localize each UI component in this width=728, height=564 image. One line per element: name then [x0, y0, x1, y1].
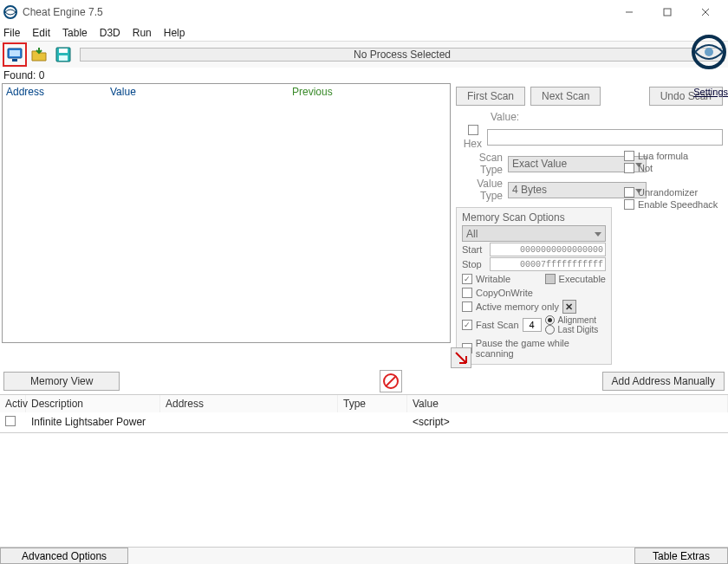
advanced-options-button[interactable]: Advanced Options — [0, 548, 128, 564]
menu-file[interactable]: File — [3, 27, 20, 39]
memory-view-button[interactable]: Memory View — [3, 372, 120, 391]
copyonwrite-checkbox[interactable] — [462, 288, 472, 298]
scan-results-panel[interactable]: Address Value Previous — [2, 83, 451, 343]
result-header-previous: Previous — [292, 86, 333, 98]
menu-edit[interactable]: Edit — [32, 27, 50, 39]
add-result-arrow-button[interactable] — [451, 347, 471, 368]
hex-checkbox[interactable] — [468, 125, 478, 135]
value-label: Value: — [491, 111, 524, 123]
fastscan-checkbox[interactable]: ✓ — [462, 320, 472, 330]
memory-scan-options: Memory Scan Options All Start Stop ✓Writ… — [456, 207, 612, 365]
active-memory-checkbox[interactable] — [462, 301, 472, 312]
window-title: Cheat Engine 7.5 — [23, 6, 610, 18]
process-status: No Process Selected — [80, 48, 725, 62]
title-bar: Cheat Engine 7.5 — [0, 0, 728, 24]
svg-point-12 — [705, 48, 713, 56]
open-process-button[interactable] — [3, 43, 26, 66]
executable-checkbox[interactable] — [545, 274, 556, 284]
address-table-header: Activ Description Address Type Value — [0, 395, 728, 412]
unrandomizer-checkbox[interactable] — [624, 187, 634, 198]
svg-rect-6 — [10, 50, 20, 56]
add-address-manually-button[interactable]: Add Address Manually — [602, 372, 725, 391]
menu-d3d[interactable]: D3D — [100, 27, 120, 39]
table-row[interactable]: Infinite Lightsaber Power <script> — [0, 412, 728, 432]
lastdigits-radio[interactable] — [545, 325, 555, 334]
bottom-bar: Advanced Options Table Extras — [0, 547, 728, 564]
hex-label: Hex — [456, 125, 487, 150]
settings-link[interactable]: Settings — [693, 87, 728, 97]
row-active-checkbox[interactable] — [5, 416, 16, 426]
memscan-region-combo[interactable]: All — [462, 225, 606, 242]
address-table[interactable]: Activ Description Address Type Value Inf… — [0, 394, 728, 433]
ce-logo-icon — [690, 33, 728, 74]
remove-entry-icon[interactable] — [380, 370, 402, 392]
open-file-button[interactable] — [28, 43, 50, 66]
fastscan-input[interactable] — [523, 318, 542, 332]
speedhack-checkbox[interactable] — [624, 199, 634, 210]
svg-rect-7 — [12, 59, 17, 62]
toolbar: No Process Selected — [0, 42, 728, 68]
lua-formula-checkbox[interactable] — [624, 151, 634, 161]
minimize-button[interactable] — [610, 0, 648, 24]
app-icon — [3, 5, 17, 19]
writable-checkbox[interactable]: ✓ — [462, 274, 472, 284]
svg-rect-10 — [59, 55, 68, 61]
menu-run[interactable]: Run — [133, 27, 152, 39]
memscan-stop-input[interactable] — [490, 257, 606, 271]
scan-panel: First Scan Next Scan Undo Scan Value: He… — [451, 83, 728, 368]
result-header-address: Address — [6, 86, 110, 98]
valuetype-label: Value Type — [456, 178, 508, 202]
active-memory-clear-icon[interactable]: ✕ — [562, 300, 576, 314]
save-button[interactable] — [52, 43, 75, 66]
menu-help[interactable]: Help — [164, 27, 185, 39]
menu-table[interactable]: Table — [62, 27, 88, 39]
scantype-label: Scan Type — [456, 152, 508, 176]
memscan-start-input[interactable] — [490, 243, 606, 256]
first-scan-button[interactable]: First Scan — [456, 87, 525, 106]
svg-rect-9 — [59, 49, 68, 53]
menu-bar: File Edit Table D3D Run Help — [0, 24, 728, 42]
next-scan-button[interactable]: Next Scan — [530, 87, 601, 106]
result-headers: Address Value Previous — [3, 84, 450, 100]
svg-rect-2 — [664, 9, 671, 16]
found-count: Found: 0 — [0, 68, 728, 83]
alignment-radio[interactable] — [545, 315, 555, 325]
scan-value-input[interactable] — [487, 129, 723, 146]
svg-point-0 — [4, 6, 16, 18]
table-extras-button[interactable]: Table Extras — [634, 548, 728, 564]
close-button[interactable] — [686, 0, 725, 24]
svg-line-14 — [386, 376, 396, 386]
maximize-button[interactable] — [648, 0, 686, 24]
result-header-value: Value — [110, 86, 292, 98]
not-checkbox[interactable] — [624, 163, 634, 173]
